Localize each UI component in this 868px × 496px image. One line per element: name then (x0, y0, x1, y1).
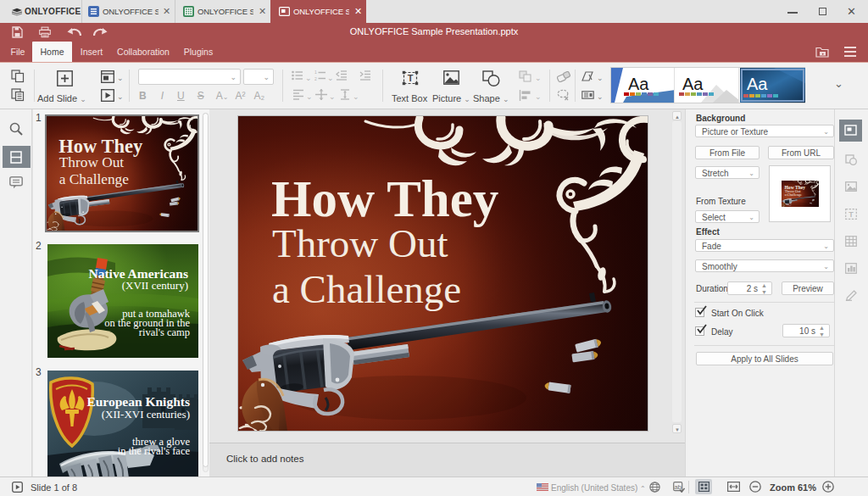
svg-text:T: T (408, 73, 414, 83)
svg-text:rival's camp: rival's camp (139, 326, 190, 338)
svg-text:(XII-XVI centuries): (XII-XVI centuries) (102, 408, 190, 421)
svg-text:2: 2 (314, 76, 317, 81)
svg-text:Aa: Aa (682, 75, 704, 93)
svg-text:in the rival's face: in the rival's face (118, 445, 191, 457)
svg-text:T: T (849, 210, 854, 219)
svg-text:Aa: Aa (747, 75, 768, 93)
svg-text:(XVII century): (XVII century) (122, 279, 188, 292)
svg-text:Aa: Aa (628, 75, 649, 93)
svg-text:1: 1 (314, 70, 317, 75)
svg-text:European Knights: European Knights (86, 394, 190, 409)
svg-text:ab: ab (674, 483, 682, 491)
